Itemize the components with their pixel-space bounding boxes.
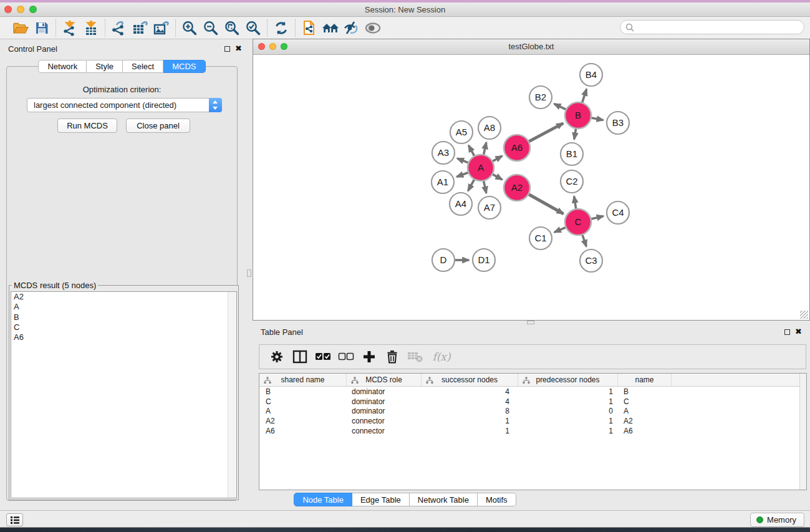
- graph-node-C1[interactable]: C1: [529, 227, 552, 249]
- refresh-button[interactable]: [271, 19, 292, 37]
- network-window-titlebar[interactable]: testGlobe.txt: [253, 39, 809, 55]
- table-cell[interactable]: dominator: [347, 407, 422, 415]
- graph-edge-C-C4[interactable]: [589, 216, 603, 219]
- table-cell[interactable]: A2: [618, 417, 672, 425]
- graph-node-A8[interactable]: A8: [478, 117, 501, 139]
- function-builder-button[interactable]: f(x): [427, 347, 456, 366]
- graph-node-D[interactable]: D: [432, 249, 455, 271]
- column-header-successor-nodes[interactable]: successor nodes: [422, 374, 518, 386]
- graph-edge-A-A7[interactable]: [483, 180, 486, 193]
- close-panel-icon[interactable]: ✖: [235, 46, 242, 52]
- table-close-icon[interactable]: ✖: [795, 329, 802, 335]
- run-mcds-button[interactable]: Run MCDS: [57, 118, 117, 133]
- window-resize-grip[interactable]: [800, 311, 808, 319]
- graph-edge-A-A1[interactable]: [456, 172, 470, 177]
- tab-node-table[interactable]: Node Table: [294, 493, 352, 506]
- result-item[interactable]: A: [11, 302, 236, 312]
- network-document-button[interactable]: [299, 19, 320, 37]
- graph-node-A2[interactable]: A2: [504, 175, 530, 201]
- table-float-icon[interactable]: [784, 329, 790, 335]
- table-cell[interactable]: 1: [518, 387, 618, 396]
- search-input[interactable]: [637, 23, 804, 32]
- column-header-name[interactable]: name: [618, 374, 672, 386]
- create-column-button[interactable]: [357, 347, 380, 366]
- graph-edge-C-C1[interactable]: [554, 227, 567, 233]
- graph-node-A4[interactable]: A4: [450, 193, 472, 215]
- close-panel-button[interactable]: Close panel: [126, 118, 190, 133]
- horizontal-splitter-handle[interactable]: [527, 321, 534, 324]
- save-session-button[interactable]: [31, 19, 52, 37]
- table-cell[interactable]: 1: [422, 427, 518, 435]
- graph-node-C4[interactable]: C4: [607, 201, 629, 224]
- tab-network[interactable]: Network: [38, 60, 87, 73]
- table-cell[interactable]: 1: [422, 417, 518, 425]
- tab-motifs[interactable]: Motifs: [478, 493, 516, 506]
- graph-node-A7[interactable]: A7: [478, 196, 501, 219]
- graph-node-B3[interactable]: B3: [607, 112, 629, 134]
- table-row[interactable]: Adominator80A: [259, 407, 806, 417]
- tab-edge-table[interactable]: Edge Table: [352, 493, 410, 506]
- table-scrollbar[interactable]: [799, 374, 806, 490]
- graph-node-C2[interactable]: C2: [561, 170, 583, 193]
- graph-node-C[interactable]: C: [565, 209, 591, 235]
- graph-edge-A6-B[interactable]: [528, 123, 563, 142]
- table-cell[interactable]: 1: [518, 427, 618, 435]
- graph-edge-B-B3[interactable]: [590, 118, 604, 120]
- zoom-out-button[interactable]: [200, 19, 221, 37]
- network-graph-canvas[interactable]: B4B2BB3A8A5A6A3B1AA1C2A2A4A7C4CC1C3DD1: [254, 56, 809, 320]
- table-cell[interactable]: A2: [259, 417, 347, 425]
- table-cell[interactable]: dominator: [347, 397, 422, 406]
- table-cell[interactable]: 0: [518, 407, 618, 415]
- table-settings-button[interactable]: [265, 347, 288, 366]
- table-cell[interactable]: connector: [347, 417, 422, 425]
- graph-edge-A2-C[interactable]: [528, 193, 564, 213]
- zoom-fit-button[interactable]: [221, 19, 243, 37]
- select-all-columns-button[interactable]: [311, 347, 334, 366]
- table-row[interactable]: A6connector11A6: [259, 426, 806, 436]
- task-history-button[interactable]: [6, 513, 23, 526]
- delete-table-button[interactable]: [403, 347, 427, 366]
- graph-node-A[interactable]: A: [468, 155, 494, 181]
- table-cell[interactable]: 4: [422, 387, 518, 396]
- result-item[interactable]: C: [11, 322, 236, 332]
- table-cell[interactable]: B: [618, 387, 672, 396]
- table-cell[interactable]: A: [259, 407, 347, 415]
- graph-edge-B-B2[interactable]: [554, 104, 567, 110]
- graph-node-A3[interactable]: A3: [432, 142, 455, 164]
- column-header-shared-name[interactable]: shared name: [259, 374, 347, 386]
- table-cell[interactable]: C: [618, 397, 672, 406]
- table-row[interactable]: Bdominator41B: [259, 387, 806, 397]
- table-cell[interactable]: A: [618, 407, 672, 415]
- column-header-predecessor-nodes[interactable]: predecessor nodes: [518, 374, 618, 386]
- graph-edge-A-A4[interactable]: [468, 178, 475, 191]
- delete-column-button[interactable]: [380, 347, 403, 366]
- result-item[interactable]: A6: [11, 332, 236, 342]
- table-cell[interactable]: 1: [518, 417, 618, 425]
- graph-edge-A-A8[interactable]: [483, 142, 486, 156]
- export-table-button[interactable]: [130, 19, 151, 37]
- table-cell[interactable]: B: [259, 387, 347, 396]
- open-file-button[interactable]: [10, 19, 31, 37]
- graph-node-B4[interactable]: B4: [580, 64, 602, 86]
- graph-node-A1[interactable]: A1: [432, 171, 454, 193]
- table-cell[interactable]: connector: [347, 427, 422, 435]
- table-cell[interactable]: A6: [259, 427, 347, 435]
- column-header-MCDS-role[interactable]: MCDS role: [347, 374, 422, 386]
- graph-node-C3[interactable]: C3: [580, 249, 602, 272]
- table-cell[interactable]: 4: [422, 397, 518, 406]
- result-item[interactable]: A2: [11, 292, 236, 302]
- tab-select[interactable]: Select: [123, 60, 163, 73]
- graph-edge-C-C2[interactable]: [574, 196, 576, 211]
- graph-edge-C-C3[interactable]: [582, 233, 586, 246]
- result-item[interactable]: B: [11, 312, 236, 322]
- tab-style[interactable]: Style: [87, 60, 123, 73]
- float-panel-icon[interactable]: [224, 46, 230, 52]
- show-graphics-button[interactable]: [362, 19, 383, 37]
- homes-button[interactable]: [320, 19, 341, 37]
- table-cell[interactable]: dominator: [347, 387, 422, 396]
- result-scrollbar[interactable]: [228, 292, 236, 498]
- vertical-splitter-handle[interactable]: [247, 269, 251, 277]
- graph-node-B[interactable]: B: [565, 102, 591, 128]
- hide-graphics-button[interactable]: [341, 19, 362, 37]
- table-row[interactable]: A2connector11A2: [259, 416, 806, 426]
